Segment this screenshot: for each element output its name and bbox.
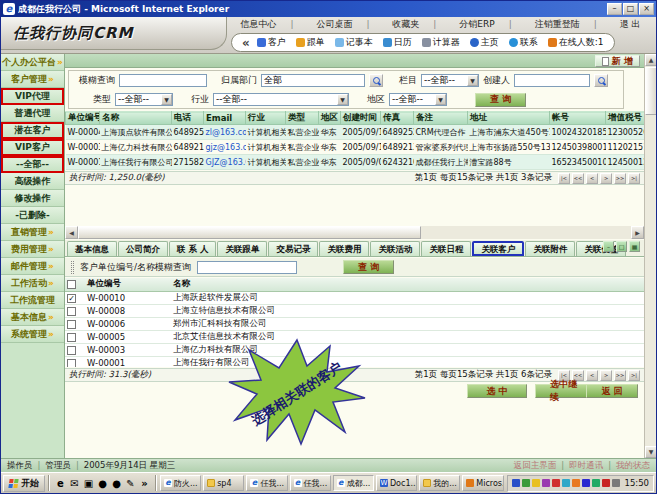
start-button[interactable]: 开始 xyxy=(3,475,45,492)
detail-tab[interactable]: 公司简介 xyxy=(118,241,168,256)
pager-button[interactable]: < xyxy=(586,173,598,184)
detail-tab[interactable]: 关联费用 xyxy=(319,241,369,256)
related-customer-row[interactable]: W-00001 上海任我行有限公司 xyxy=(65,356,644,367)
pager-button[interactable]: > xyxy=(600,370,612,381)
toolbar-item[interactable]: 在线人数:1 xyxy=(548,36,604,49)
sidebar-item[interactable]: 修改操作» xyxy=(1,190,64,207)
window-control-button[interactable]: – xyxy=(607,3,622,15)
pager-button[interactable]: < xyxy=(586,370,598,381)
column-select[interactable]: --全部--▼ xyxy=(421,74,479,87)
related-customer-row[interactable]: W-00006 郑州市汇科科技有限公司 xyxy=(65,317,644,330)
taskbar-window-button[interactable]: Micros... xyxy=(462,475,503,491)
detail-tab[interactable]: 关联日程 xyxy=(421,241,471,256)
chevron-more-icon[interactable]: » xyxy=(139,477,150,490)
pager-button[interactable]: >> xyxy=(614,370,626,381)
related-table-header[interactable]: 单位编号 xyxy=(85,278,171,291)
status-link[interactable]: 返回主界面 xyxy=(514,460,569,472)
tray-icon[interactable] xyxy=(522,479,530,487)
creator-input[interactable] xyxy=(514,74,590,87)
tray-icon[interactable] xyxy=(572,479,580,487)
menu-item[interactable]: 分销ERP xyxy=(459,18,511,31)
scrollbar-thumb[interactable] xyxy=(78,226,421,239)
menu-item[interactable]: 注销重登陆 xyxy=(535,18,597,31)
scrollbar-thumb[interactable] xyxy=(645,67,657,115)
tray-icon[interactable] xyxy=(562,479,570,487)
detail-tab[interactable]: 关联附件 xyxy=(525,241,575,256)
sidebar-item[interactable]: 基本信息» xyxy=(1,309,64,326)
collapse-icon[interactable]: – xyxy=(603,241,614,252)
customer-table-header[interactable]: 备注 xyxy=(414,112,468,125)
customer-table-header[interactable]: 电话 xyxy=(172,112,204,125)
select-all-checkbox[interactable] xyxy=(67,280,76,289)
detail-tab[interactable]: 关联跟单 xyxy=(217,241,267,256)
menu-item[interactable]: 公司桌面 xyxy=(316,18,369,31)
tray-icon[interactable] xyxy=(512,479,520,487)
customer-table-row[interactable]: W-00004 上海顶点软件有限公司 64892525 zl@163.com 计… xyxy=(66,125,645,140)
detail-tab[interactable]: 关联客户 xyxy=(472,241,524,256)
tray-icon[interactable] xyxy=(612,479,620,487)
restore-icon[interactable]: □ xyxy=(616,241,627,252)
scroll-down-icon[interactable]: ▼ xyxy=(645,446,657,458)
type-select[interactable]: --全部--▼ xyxy=(115,93,173,106)
toolbar-item[interactable]: 主页 xyxy=(470,36,499,49)
related-customer-row[interactable]: W-00003 上海亿力科技有限公司 xyxy=(65,343,644,356)
detail-tab[interactable]: 关联活动 xyxy=(370,241,420,256)
related-search-input[interactable] xyxy=(197,261,297,274)
related-customer-row[interactable]: W-00010 上海跃起软件发展公司 xyxy=(65,291,644,304)
related-query-button[interactable]: 查 询 xyxy=(343,260,394,274)
vertical-scrollbar[interactable]: ▲ ▼ xyxy=(644,54,656,458)
sidebar-item[interactable]: --全部--» xyxy=(1,156,64,173)
toolbar-item[interactable]: 记事本 xyxy=(335,36,373,49)
sidebar-item[interactable]: 工作流管理» xyxy=(1,292,64,309)
pencil-icon[interactable]: ✎ xyxy=(125,477,136,490)
menu-item[interactable]: 收藏夹 xyxy=(392,18,436,31)
row-checkbox[interactable] xyxy=(67,346,76,355)
customer-table-header[interactable]: 传真 xyxy=(381,112,414,125)
related-table-header[interactable]: 名称 xyxy=(171,278,644,291)
tray-icon[interactable] xyxy=(542,479,550,487)
customer-table-header[interactable]: 地区 xyxy=(319,112,341,125)
sidebar-item[interactable]: 潜在客户» xyxy=(1,122,64,139)
add-new-button[interactable]: 新 增 xyxy=(595,55,640,67)
tray-icon[interactable] xyxy=(592,479,600,487)
player-icon[interactable]: ● xyxy=(111,477,122,490)
customer-table-header[interactable]: 名称 xyxy=(100,112,172,125)
sidebar-item[interactable]: 客户管理» xyxy=(1,71,64,88)
fuzzy-search-input[interactable] xyxy=(119,74,207,87)
sidebar-item[interactable]: -已删除-» xyxy=(1,207,64,224)
customer-table-row[interactable]: W-00003 上海亿力科技有限公司 64892132 gjz@163.com … xyxy=(66,140,645,155)
window-control-button[interactable]: × xyxy=(639,3,654,15)
toolbar-item[interactable]: 联系 xyxy=(509,36,538,49)
detail-tab[interactable]: 联 系 人 xyxy=(169,241,216,256)
taskbar-window-button[interactable]: 我的... xyxy=(419,475,460,491)
toolbar-item[interactable]: 跟单 xyxy=(296,36,325,49)
back-arrows-icon[interactable]: « xyxy=(242,36,250,50)
tray-icon[interactable] xyxy=(582,479,590,487)
sidebar-item[interactable]: 邮件管理» xyxy=(1,258,64,275)
toolbar-item[interactable]: 客户 xyxy=(257,36,286,49)
sidebar-item[interactable]: 费用管理» xyxy=(1,241,64,258)
status-link[interactable]: 我的状态 xyxy=(616,460,650,472)
sidebar-item[interactable]: 个人办公平台» xyxy=(1,54,64,71)
select-button[interactable]: 选 中 xyxy=(467,384,527,398)
related-customer-row[interactable]: W-00008 上海立特信息技术有限公司 xyxy=(65,304,644,317)
menu-item[interactable]: 信息中心 xyxy=(240,18,293,31)
scroll-up-icon[interactable]: ▲ xyxy=(645,54,657,66)
customer-table-header[interactable]: 帐号 xyxy=(550,112,606,125)
taskbar-window-button[interactable]: Doc1... xyxy=(376,475,417,491)
taskbar-window-button[interactable]: 任我... xyxy=(290,475,331,491)
scroll-right-icon[interactable]: ▶ xyxy=(631,226,644,239)
sidebar-item[interactable]: VIP代理» xyxy=(1,88,64,105)
pager-button[interactable]: > xyxy=(600,173,612,184)
industry-select[interactable]: --全部--▼ xyxy=(213,93,349,106)
taskbar-window-button[interactable]: 任我... xyxy=(246,475,287,491)
tray-icon[interactable] xyxy=(552,479,560,487)
row-checkbox[interactable] xyxy=(67,333,76,342)
scroll-left-icon[interactable]: ◀ xyxy=(65,226,78,239)
search-lookup-icon[interactable] xyxy=(369,74,383,87)
return-button[interactable]: 返 回 xyxy=(586,384,638,398)
window-control-button[interactable]: □ xyxy=(623,3,638,15)
row-checkbox[interactable] xyxy=(67,320,76,329)
customer-table-header[interactable]: 类型 xyxy=(286,112,319,125)
sidebar-item[interactable]: 系统管理» xyxy=(1,326,64,343)
